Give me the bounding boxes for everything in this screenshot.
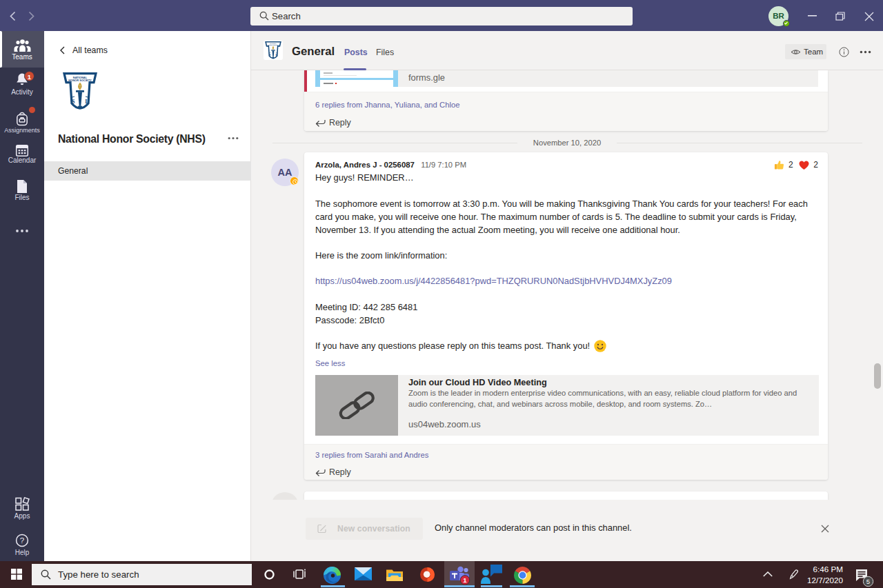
svg-text:1: 1 xyxy=(463,576,467,584)
svg-text:?: ? xyxy=(20,536,24,545)
svg-text:5: 5 xyxy=(866,578,870,585)
